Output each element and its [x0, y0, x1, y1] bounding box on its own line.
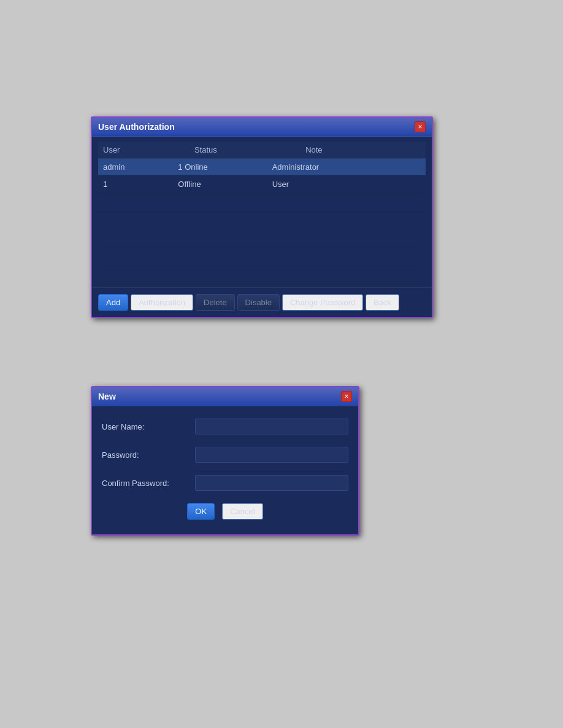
extra-cell-admin — [402, 159, 426, 176]
note-cell-1: User — [267, 176, 402, 193]
table-row-empty — [98, 211, 426, 230]
table-row-empty — [98, 248, 426, 267]
user-auth-title: User Authorization — [98, 122, 175, 132]
confirm-password-label: Confirm Password: — [102, 479, 188, 488]
table-row[interactable]: admin 1 Online Administrator — [98, 159, 426, 176]
user-cell-1: 1 — [98, 176, 173, 193]
add-button[interactable]: Add — [98, 294, 128, 311]
col-header-note: Note — [301, 142, 392, 159]
username-row: User Name: — [92, 412, 358, 441]
user-cell-admin: admin — [98, 159, 173, 176]
ok-button[interactable]: OK — [187, 503, 215, 520]
new-dialog-title: New — [98, 392, 116, 401]
col-header-status: Status — [190, 142, 301, 159]
user-auth-footer: Add Authorization Delete Disable Change … — [92, 287, 432, 317]
note-cell-admin: Administrator — [267, 159, 402, 176]
col-header-user: User — [98, 142, 190, 159]
user-data-table: admin 1 Online Administrator 1 Offline U… — [98, 159, 426, 285]
table-row-empty — [98, 267, 426, 285]
disable-button[interactable]: Disable — [237, 294, 280, 311]
user-table-container: User Status Note admin 1 Online Administ… — [92, 137, 432, 287]
table-row[interactable]: 1 Offline User — [98, 176, 426, 193]
new-dialog-titlebar: New × — [92, 387, 358, 406]
col-header-extra — [392, 142, 426, 159]
password-input[interactable] — [195, 447, 348, 463]
confirm-password-row: Confirm Password: — [92, 469, 358, 497]
user-auth-close-button[interactable]: × — [415, 121, 426, 132]
password-row: Password: — [92, 441, 358, 469]
table-row-empty — [98, 193, 426, 211]
delete-button[interactable]: Delete — [196, 294, 235, 311]
user-auth-titlebar: User Authorization × — [92, 118, 432, 137]
username-input[interactable] — [195, 419, 348, 434]
extra-cell-1 — [402, 176, 426, 193]
new-dialog-footer: OK Cancel — [92, 497, 358, 528]
new-dialog: New × User Name: Password: Confirm Passw… — [91, 386, 359, 536]
confirm-password-input[interactable] — [195, 475, 348, 491]
table-header-row: User Status Note — [98, 142, 426, 159]
table-body-scroll: admin 1 Online Administrator 1 Offline U… — [98, 159, 426, 287]
back-button[interactable]: Back — [366, 294, 399, 311]
table-row-empty — [98, 230, 426, 248]
new-dialog-close-button[interactable]: × — [341, 391, 352, 402]
user-auth-dialog: User Authorization × User Status Note ad… — [91, 116, 433, 318]
authorization-button[interactable]: Authorization — [131, 294, 193, 311]
user-table: User Status Note — [98, 142, 426, 159]
status-cell-1: Offline — [173, 176, 267, 193]
username-label: User Name: — [102, 422, 188, 431]
password-label: Password: — [102, 450, 188, 460]
change-password-button[interactable]: Change Password — [282, 294, 363, 311]
new-dialog-content: User Name: Password: Confirm Password: O… — [92, 406, 358, 534]
cancel-button[interactable]: Cancel — [222, 503, 262, 520]
status-cell-admin: 1 Online — [173, 159, 267, 176]
